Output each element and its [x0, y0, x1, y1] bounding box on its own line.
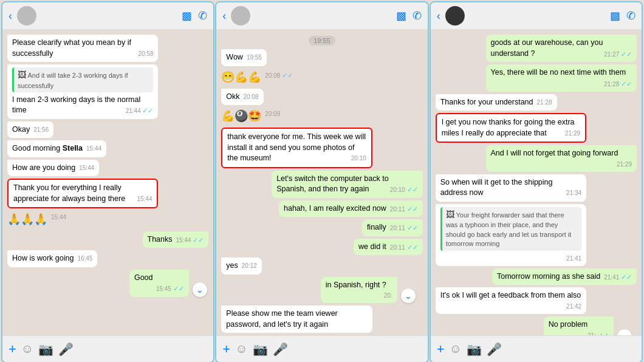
msg-time: 15:44 — [51, 213, 66, 222]
msg-time: 21:28 — [537, 98, 552, 107]
avatar-2 — [231, 6, 250, 26]
camera-icon-3[interactable]: 📷 — [467, 342, 482, 357]
msg-time: 20:10 — [351, 154, 366, 163]
msg-time: 20:12 — [242, 262, 257, 270]
tick-icon: ✓✓ — [621, 80, 632, 87]
avatar-1 — [17, 6, 36, 26]
message-1-2: 🖼 And it will take 2-3 working days if s… — [7, 64, 158, 119]
chat-footer-3: + ☺ 📷 🎤 — [431, 335, 642, 362]
msg-time: 20:11 ✓✓ — [390, 243, 418, 252]
msg-time: 21:27 ✓✓ — [604, 50, 632, 59]
message-3-3: Thanks for your understand 21:28 — [436, 94, 557, 111]
message-3-1: goods at our warehouse, can you understa… — [486, 35, 637, 62]
msg-text: Okay — [12, 125, 30, 134]
quoted-msg: 🖼 And it will take 2-3 working days if s… — [12, 67, 153, 92]
back-button-3[interactable]: ‹ — [437, 10, 440, 22]
scroll-down-btn-3[interactable]: ⌄ — [617, 329, 632, 335]
msg-text: Good — [134, 273, 153, 282]
msg-time: 21:42 — [566, 302, 581, 311]
tick-icon: ✓✓ — [407, 205, 418, 213]
plus-button-3[interactable]: + — [437, 341, 445, 357]
msg-time: 15:44 ✓✓ — [176, 236, 204, 245]
phone-icon-3[interactable]: ✆ — [626, 9, 635, 22]
msg-text: finally — [367, 223, 386, 231]
tick-icon: ✓✓ — [173, 285, 184, 292]
header-icons-3: ▩ ✆ — [610, 9, 635, 22]
back-button-2[interactable]: ‹ — [222, 10, 226, 22]
msg-text: Please clearify what you mean by if succ… — [12, 38, 131, 58]
chat-header-1: ‹ ▩ ✆ — [2, 2, 213, 30]
message-1-4: Good morning Stella 15:44 — [7, 140, 106, 157]
timestamp-center-2: 19:55 — [309, 36, 335, 46]
chat-header-2: ‹ ▩ ✆ — [216, 2, 427, 30]
msg-text: Wow — [226, 53, 243, 61]
tick-icon: ✓✓ — [621, 273, 632, 281]
video-call-icon-3[interactable]: ▩ — [610, 9, 620, 22]
msg-time: 20:09 — [265, 110, 280, 118]
message-3-4-highlighted: I get you now thanks for going the extra… — [436, 113, 586, 143]
msg-time: 15:44 — [86, 145, 101, 153]
msg-text: Thank you for everything I really apprec… — [13, 183, 125, 203]
chat-footer-1: + ☺ 📷 🎤 — [2, 335, 213, 362]
msg-text: Please show me the team viewer password,… — [226, 309, 337, 329]
mic-icon-1[interactable]: 🎤 — [58, 342, 74, 357]
scroll-down-btn-1[interactable]: ⌄ — [193, 282, 207, 297]
msg-text: No problem — [549, 320, 588, 329]
msg-time: 20:08 ✓✓ — [265, 71, 293, 80]
chat-panel-3: ‹ ▩ ✆ goods at our warehouse, can you un… — [430, 1, 643, 362]
message-2-2: 😁💪💪 20:08 ✓✓ — [221, 69, 293, 86]
chat-panel-2: ‹ ▩ ✆ 19:55 Wow 19:55 😁💪💪 20:08 ✓✓ Okk 2… — [215, 1, 428, 362]
phone-icon-1[interactable]: ✆ — [198, 9, 207, 22]
mic-icon-2[interactable]: 🎤 — [273, 342, 288, 357]
scroll-down-btn-2[interactable]: ⌄ — [401, 289, 416, 303]
msg-time: 20: — [384, 292, 392, 300]
plus-button-1[interactable]: + — [9, 341, 16, 357]
camera-icon-1[interactable]: 📷 — [38, 342, 53, 357]
tick-icon: ✓✓ — [282, 72, 293, 79]
video-call-icon-2[interactable]: ▩ — [396, 9, 406, 22]
message-2-6: Let's switch the computer back to Spanis… — [272, 171, 422, 198]
emoji-icon-2[interactable]: ☺ — [235, 342, 247, 356]
chat-body-3: goods at our warehouse, can you understa… — [431, 30, 642, 335]
header-icons-1: ▩ ✆ — [182, 9, 207, 22]
mic-icon-3[interactable]: 🎤 — [487, 342, 502, 357]
msg-text: Let's switch the computer back to Spanis… — [276, 174, 388, 194]
msg-text: Thanks for your understand — [440, 98, 533, 106]
emoji-icon-1[interactable]: ☺ — [21, 342, 33, 356]
msg-text: How is work going — [12, 254, 74, 262]
message-2-9: we did it 20:11 ✓✓ — [354, 239, 423, 256]
plus-button-2[interactable]: + — [222, 341, 230, 357]
message-3-10: No problem 21: ✓✓ — [544, 316, 614, 335]
msg-time: 21: ✓✓ — [587, 331, 609, 335]
tick-icon: ✓✓ — [407, 186, 418, 193]
msg-text: in Spanish, right ? — [326, 281, 386, 289]
message-2-8: finally 20:11 ✓✓ — [362, 219, 423, 236]
message-1-7: 🙏🙏🙏 15:44 — [7, 211, 66, 228]
msg-text: I get you now thanks for going the extra… — [442, 118, 575, 137]
message-1-6-highlighted: Thank you for everything I really apprec… — [7, 179, 158, 208]
msg-time: 16:45 — [77, 254, 92, 263]
back-button-1[interactable]: ‹ — [9, 10, 12, 22]
message-1-5: How are you doing 15:44 — [7, 160, 99, 177]
chat-body-1: Please clearify what you mean by if succ… — [2, 30, 213, 335]
emoji-icon-3[interactable]: ☺ — [450, 342, 462, 356]
msg-time: 21:28 ✓✓ — [604, 80, 632, 89]
message-3-2: Yes, there will be no next time with the… — [486, 64, 637, 92]
msg-time: 20:11 ✓✓ — [390, 224, 418, 233]
message-3-6: So when will it get to the shipping addr… — [436, 174, 586, 202]
message-2-4: 💪🎱🤩 20:09 — [221, 108, 280, 125]
msg-text: we did it — [358, 242, 386, 251]
video-call-icon-1[interactable]: ▩ — [182, 9, 192, 22]
phone-icon-2[interactable]: ✆ — [413, 9, 422, 22]
message-3-7: 🖼 Your freight forwarder said that there… — [436, 204, 586, 266]
camera-icon-2[interactable]: 📷 — [253, 342, 268, 357]
msg-text: And I will not forget that going forward — [491, 149, 618, 157]
chat-footer-2: + ☺ 📷 🎤 — [216, 335, 427, 362]
tick-icon: ✓✓ — [193, 236, 204, 244]
msg-text: Thanks — [148, 235, 173, 244]
message-3-5: And I will not forget that going forward… — [486, 145, 637, 172]
tick-icon: ✓✓ — [407, 244, 418, 251]
msg-time: 20:11 ✓✓ — [390, 205, 418, 214]
message-1-3: Okay 21:56 — [7, 121, 53, 138]
quote-icon: 🖼 — [18, 70, 26, 80]
